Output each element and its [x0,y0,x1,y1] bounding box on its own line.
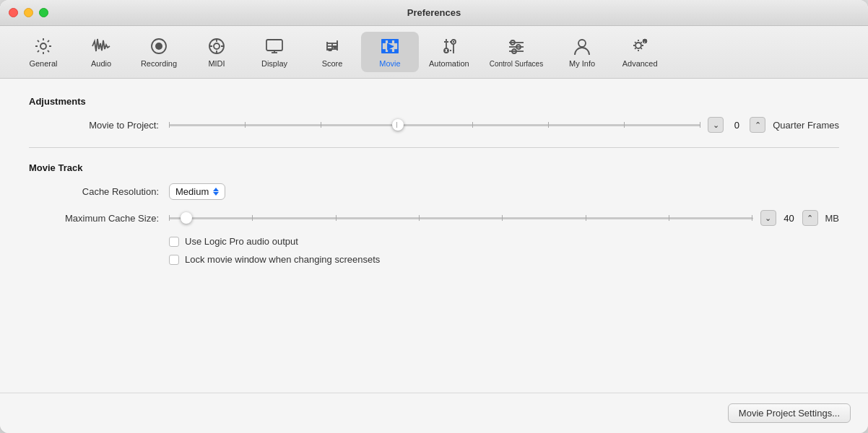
max-cache-size-row: Maximum Cache Size: [29,210,839,226]
tab-midi-label: MIDI [208,59,225,68]
use-logic-pro-audio-checkbox[interactable] [169,237,179,247]
preferences-window: Preferences General Audio Recording [0,0,868,433]
tab-automation[interactable]: Automation [419,32,479,72]
svg-point-36 [578,40,586,47]
max-cache-size-label: Maximum Cache Size: [29,213,159,224]
arrow-down-icon [213,192,219,196]
toolbar: General Audio Recording MIDI [0,26,868,79]
tab-audio-label: Audio [91,59,111,68]
tab-midi[interactable]: MIDI [188,32,246,72]
svg-point-0 [40,43,46,49]
lock-movie-window-row: Lock movie window when changing screense… [169,254,839,265]
minimize-button[interactable] [24,8,33,17]
svg-rect-20 [382,50,385,53]
cache-stepper-unit: MB [825,213,840,224]
select-arrows [213,188,219,196]
tab-my-info[interactable]: My Info [553,32,611,72]
cache-slider-thumb[interactable] [181,212,192,224]
movie-to-project-row: Movie to Project: [29,117,839,133]
movie-to-project-slider[interactable] [169,118,700,132]
score-icon [322,36,342,56]
lock-movie-window-label: Lock movie window when changing screense… [185,254,380,265]
slider-thumb[interactable] [392,119,404,131]
tab-general[interactable]: General [14,32,72,72]
tab-movie[interactable]: Movie [361,32,419,72]
gear-badge-icon: + [630,36,650,56]
footer: Movie Project Settings... [0,393,868,433]
tab-display-label: Display [261,59,287,68]
cache-resolution-label: Cache Resolution: [29,186,159,197]
use-logic-pro-audio-row: Use Logic Pro audio output [169,236,839,247]
max-cache-size-stepper: ⌄ 40 ⌃ MB [760,210,840,226]
tab-score-label: Score [322,59,343,68]
tab-audio[interactable]: Audio [72,32,130,72]
movie-track-section-title: Movie Track [29,162,839,173]
svg-point-2 [155,43,162,50]
svg-rect-22 [389,40,391,43]
main-content: Adjustments Movie to Project: [0,79,868,393]
movie-project-settings-button[interactable]: Movie Project Settings... [728,403,851,423]
stepper-down-btn[interactable]: ⌄ [708,117,724,133]
movie-icon [380,36,400,56]
movie-to-project-label: Movie to Project: [29,120,159,131]
tab-general-label: General [29,59,57,68]
cache-stepper-value: 40 [779,213,799,224]
tab-my-info-label: My Info [569,59,595,68]
automation-icon [439,36,459,56]
arrow-up-icon [213,188,219,191]
titlebar: Preferences [0,0,868,26]
stepper-up-btn[interactable]: ⌃ [750,117,765,133]
svg-rect-23 [389,50,391,53]
tab-control-surfaces-label: Control Surfaces [490,60,543,68]
tab-automation-label: Automation [429,59,469,68]
tab-movie-label: Movie [379,59,400,68]
close-button[interactable] [9,8,18,17]
tab-advanced-label: Advanced [622,59,658,68]
slider-track [169,124,700,126]
svg-point-4 [214,43,220,49]
lock-movie-window-checkbox[interactable] [169,255,179,265]
tab-display[interactable]: Display [246,32,303,72]
cache-stepper-up-btn[interactable]: ⌃ [802,210,818,226]
section-divider [29,147,839,148]
max-cache-size-slider[interactable] [169,211,753,225]
midi-icon [207,36,227,56]
svg-point-37 [635,43,641,48]
cache-resolution-value: Medium [175,186,209,197]
svg-text:+: + [643,40,646,44]
svg-rect-21 [395,50,398,53]
cache-stepper-down-btn[interactable]: ⌄ [760,210,776,226]
cache-resolution-row: Cache Resolution: Medium [29,183,839,200]
tab-score[interactable]: Score [303,32,361,72]
tab-advanced[interactable]: + Advanced [611,32,669,72]
svg-rect-19 [395,40,398,43]
adjustments-section-title: Adjustments [29,96,839,107]
record-icon [149,36,169,56]
tab-recording-label: Recording [141,59,177,68]
window-title: Preferences [407,7,461,18]
use-logic-pro-audio-label: Use Logic Pro audio output [185,236,298,247]
cache-resolution-select[interactable]: Medium [169,183,225,200]
traffic-lights [9,8,48,17]
maximize-button[interactable] [39,8,48,17]
movie-to-project-stepper: ⌄ 0 ⌃ Quarter Frames [708,117,839,133]
waveform-icon [91,36,111,56]
display-icon [264,36,285,56]
stepper-unit: Quarter Frames [773,120,839,131]
svg-rect-18 [382,40,385,43]
tab-recording[interactable]: Recording [130,32,188,72]
svg-rect-5 [266,40,282,51]
tab-control-surfaces[interactable]: Control Surfaces [479,32,553,72]
stepper-value: 0 [726,120,747,131]
person-icon [572,36,592,56]
gear-icon [33,36,53,56]
sliders-icon [506,37,526,57]
cache-slider-track [169,217,753,219]
